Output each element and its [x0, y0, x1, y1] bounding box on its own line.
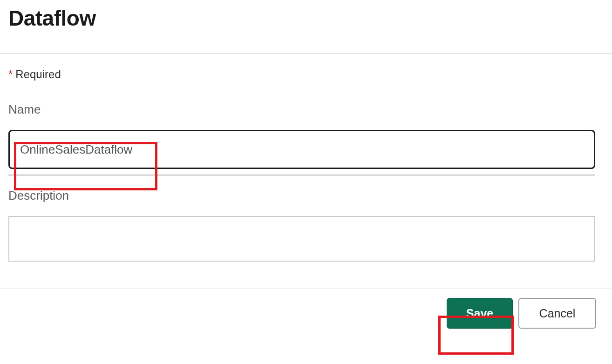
asterisk-icon: * [8, 68, 13, 81]
save-button[interactable]: Save [447, 298, 513, 329]
name-underline [8, 175, 595, 175]
description-label: Description [8, 189, 604, 203]
cancel-button[interactable]: Cancel [518, 298, 596, 329]
required-indicator: *Required [8, 68, 604, 81]
footer-buttons: Save Cancel [0, 289, 612, 329]
page-title: Dataflow [8, 6, 604, 31]
dialog-header: Dataflow [0, 0, 612, 53]
form-body: *Required Name Description [0, 54, 612, 288]
required-text: Required [15, 68, 61, 81]
description-textarea[interactable] [8, 216, 595, 262]
name-input[interactable] [8, 130, 595, 169]
name-input-wrapper [8, 130, 604, 169]
name-label: Name [8, 102, 604, 117]
